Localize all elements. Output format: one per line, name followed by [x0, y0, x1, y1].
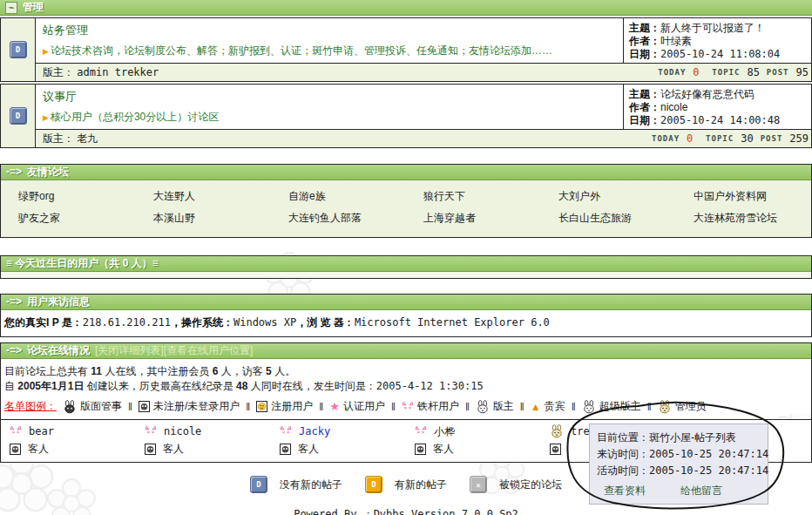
friend-link[interactable]: 长白山生态旅游: [541, 211, 676, 226]
friend-link[interactable]: 自游e族: [271, 189, 406, 204]
username-link[interactable]: Jacky: [299, 425, 330, 437]
birthday-section: ≡ 今天过生日的用户（共 0 人）≡: [0, 255, 812, 279]
user-group: 客人: [163, 442, 184, 457]
bunny-icon: [476, 400, 490, 414]
last-topic-link[interactable]: 新人终于可以报道了！: [660, 22, 765, 34]
d-blue-icon: D: [250, 476, 267, 493]
friend-forums-section: -=> 友情论坛 绿野org 大连野人 自游e族 狼行天下 大刘户外 中国户外资…: [0, 164, 812, 238]
face-pink-icon: [10, 425, 22, 437]
friend-link[interactable]: 大刘户外: [541, 189, 676, 204]
today-count: 0: [687, 132, 699, 145]
username-link[interactable]: bear: [29, 425, 54, 437]
arrow-icon: ▶: [43, 47, 49, 56]
birthday-header: ≡ 今天过生日的用户（共 0 人）≡: [1, 256, 811, 272]
forum-name-link[interactable]: 议事厅: [43, 90, 77, 103]
friend-link[interactable]: 中国户外资料网: [676, 189, 811, 204]
post-count: 95: [796, 66, 809, 78]
founding-date: 2005年1月1日: [17, 380, 84, 392]
online-user-cell: 小桦 客人: [406, 424, 541, 456]
birthday-empty-row: [1, 272, 811, 278]
topic-count: 85: [747, 66, 759, 78]
star-pink-icon: ★: [329, 401, 340, 412]
last-post-date: 2005-10-24 14:00:48: [660, 114, 780, 126]
send-message-link[interactable]: 给他留言: [680, 484, 722, 498]
forum-row-council: D 议事厅 ▶核心用户（总积分30分以上）讨论区 主题：论坛好像有恶意代码 作者…: [0, 84, 812, 148]
online-user-cell: nicole 客人: [136, 424, 271, 456]
tooltip-active-time: 2005-10-25 20:47:14: [649, 464, 768, 477]
friend-link[interactable]: 绿野org: [1, 189, 136, 204]
user-legend-row: 名单图例： 版面管事 ‖ 未注册/未登录用户 ‖ 注册用户 ‖ ★认证用户 ‖ …: [4, 399, 808, 414]
visitor-info-title: 用户来访信息: [27, 295, 90, 309]
face-pink-icon: [415, 425, 427, 437]
face-pink-icon: [402, 401, 414, 413]
ip-address: 218.61.210.211: [83, 316, 171, 329]
visitor-info-section: -=> 用户来访信息 您的真实I P 是：218.61.210.211，操作系统…: [0, 294, 812, 337]
forum-main-cell: 议事厅 ▶核心用户（总积分30分以上）讨论区: [36, 85, 623, 129]
friend-link[interactable]: 大连钓鱼人部落: [271, 211, 406, 226]
topic-count: 30: [741, 132, 753, 145]
last-author-link[interactable]: nicole: [660, 101, 687, 113]
user-group: 客人: [28, 442, 49, 457]
friend-link[interactable]: 大连林苑滑雪论坛: [676, 211, 811, 226]
no-new-posts-icon: D: [10, 41, 27, 58]
online-status-body: 目前论坛上总共有 11 人在线，其中注册会员 6 人，访客 5 人。 自 200…: [1, 359, 811, 414]
online-status-header: -=> 论坛在线情况 [关闭详细列表][查看在线用户位置]: [1, 343, 811, 359]
square-dark-icon: [139, 401, 150, 412]
forum-name-link[interactable]: 站务管理: [43, 24, 88, 37]
online-record-line: 自 2005年1月1日 创建以来，历史最高在线纪录是 48 人同时在线，发生时间…: [4, 380, 808, 393]
bunny-dark-icon: [63, 400, 77, 414]
post-count: 259: [789, 132, 809, 145]
moderator-link[interactable]: 老九: [77, 132, 98, 145]
square-dark-icon: [550, 444, 561, 455]
forum-description: ▶核心用户（总积分30分以上）讨论区: [43, 110, 616, 125]
no-new-posts-icon: D: [10, 107, 27, 125]
friend-link[interactable]: 大连野人: [136, 189, 271, 204]
face-pink-icon: [280, 425, 292, 437]
close-detail-list-link[interactable]: [关闭详细列表]: [95, 343, 164, 358]
arrow-icon: ▶: [43, 113, 49, 122]
today-count: 0: [693, 66, 705, 78]
user-group: 客人: [298, 442, 319, 457]
friend-forums-title: 友情论坛: [27, 165, 69, 180]
browser-value: Microsoft Internet Explorer 6.0: [355, 316, 550, 329]
forum-status-cell: D: [1, 85, 36, 147]
tooltip-visit-time: 2005-10-25 20:47:14: [649, 448, 768, 460]
legend-title-link[interactable]: 名单图例：: [4, 399, 57, 414]
forum-stats: TODAY0 TOPIC85 POST95: [658, 66, 809, 78]
online-guests: 5: [266, 365, 272, 377]
collapse-icon[interactable]: −: [5, 2, 17, 14]
x-gray-icon: ✕: [470, 476, 487, 493]
view-user-position-link[interactable]: [查看在线用户位置]: [164, 343, 254, 358]
friend-link[interactable]: 上海穿越者: [406, 211, 541, 226]
forum-lastpost-cell: 主题：新人终于可以报道了！ 作者：叶绿素 日期：2005-10-24 11:08…: [623, 18, 811, 63]
tooltip-location: 斑竹小屋-帖子列表: [649, 431, 736, 444]
view-profile-link[interactable]: 查看资料: [604, 484, 646, 498]
last-topic-link[interactable]: 论坛好像有恶意代码: [660, 88, 754, 100]
friend-link[interactable]: 本溪山野: [136, 211, 271, 226]
os-value: Windows XP: [233, 316, 296, 329]
record-time: 2005-4-12 1:30:15: [376, 380, 484, 392]
face-pink-icon: [145, 425, 157, 437]
square-dark-icon: [10, 444, 21, 455]
forum-moderator-row: 版主： admin trekker TODAY0 TOPIC85 POST95: [36, 63, 811, 81]
user-tooltip: 目前位置：斑竹小屋-帖子列表 来访时间：2005-10-25 20:47:14 …: [589, 424, 768, 505]
triangle-orange-icon: ▲: [531, 402, 541, 412]
username-link[interactable]: nicole: [164, 425, 201, 437]
square-dark-icon: [415, 444, 426, 455]
friend-links-grid: 绿野org 大连野人 自游e族 狼行天下 大刘户外 中国户外资料网 驴友之家 本…: [1, 180, 811, 237]
friend-forums-header: -=> 友情论坛: [1, 165, 811, 180]
username-link[interactable]: 小桦: [434, 424, 455, 439]
moderator-link[interactable]: admin trekker: [77, 66, 159, 78]
bunny-yellow-icon: [550, 424, 564, 438]
forum-stats: TODAY0 TOPIC30 POST259: [652, 132, 809, 145]
category-title[interactable]: 管理: [23, 0, 44, 15]
online-members: 6: [213, 365, 219, 377]
powered-by: Powered By ：Dvbbs Version 7.0.0 Sp2: [0, 507, 812, 515]
birthday-label: ≡ 今天过生日的用户（共 0 人）≡: [6, 256, 159, 271]
friend-link[interactable]: 狼行天下: [406, 189, 541, 204]
visitor-info-body: 您的真实I P 是：218.61.210.211，操作系统：Windows XP…: [1, 310, 811, 336]
category-header-bar: − 管理: [0, 0, 812, 16]
friend-link[interactable]: 驴友之家: [1, 211, 136, 226]
online-status-title: 论坛在线情况: [27, 343, 90, 358]
last-author-link[interactable]: 叶绿素: [660, 35, 692, 47]
